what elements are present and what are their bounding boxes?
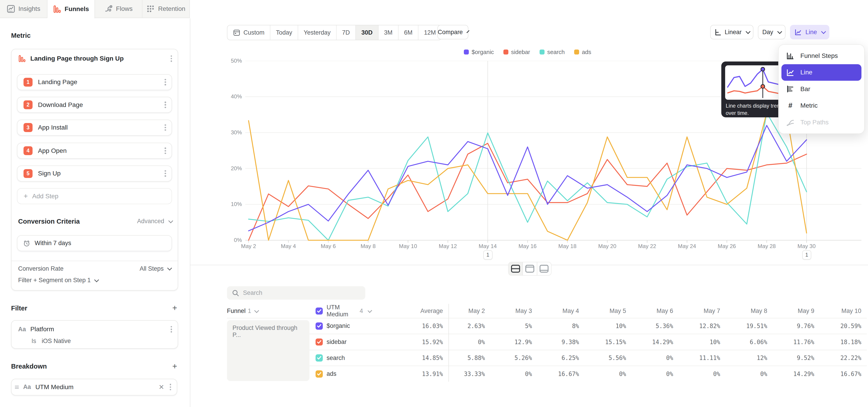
menu-item-metric[interactable]: #Metric xyxy=(781,97,862,114)
cell-value: 12% xyxy=(731,354,778,361)
funnel-steps-icon xyxy=(786,51,795,60)
filter-heading-row: Filter + xyxy=(11,304,177,312)
funnel-step-5[interactable]: 5Sign Up xyxy=(17,165,172,182)
breakdown-column-dropdown[interactable]: UTM Medium 4 xyxy=(310,304,371,318)
date-range-today[interactable]: Today xyxy=(270,25,298,40)
funnel-step-2[interactable]: 2Download Page xyxy=(17,97,172,113)
x-tick-label: May 14 xyxy=(471,243,504,249)
table-row-sidebar: sidebar15.92%0%12.9%9.38%15.15%14.29%10%… xyxy=(227,334,867,350)
cell-value: 16.67% xyxy=(543,371,590,377)
cell-value: 6.06% xyxy=(731,339,778,345)
funnels-icon xyxy=(53,5,61,13)
funnels-analytics-app: InsightsFunnelsFlowsRetention Metric Lan… xyxy=(0,0,868,407)
calendar-icon xyxy=(233,29,240,36)
cell-value: 5.56% xyxy=(590,354,637,361)
add-filter-button[interactable]: + xyxy=(172,304,177,312)
cell-value: 9.52% xyxy=(778,354,825,361)
all-steps-dropdown[interactable]: All Steps xyxy=(140,265,171,272)
filter-card-platform[interactable]: Aa Platform Is iOS Native xyxy=(11,320,178,349)
split-view-toggle[interactable] xyxy=(508,262,523,275)
date-range-6m[interactable]: 6M xyxy=(399,25,418,40)
legend-item-search[interactable]: search xyxy=(539,49,565,55)
day-column-header: May 2 xyxy=(449,308,496,315)
row-checkbox[interactable] xyxy=(315,370,323,378)
cell-value: 19.51% xyxy=(731,323,778,330)
cell-value: 5% xyxy=(496,323,543,330)
date-range-custom[interactable]: Custom xyxy=(227,25,270,40)
conversion-window-card[interactable]: Within 7 days xyxy=(17,235,172,251)
metric-title: Landing Page through Sign Up xyxy=(30,55,165,62)
kebab-menu-icon[interactable] xyxy=(163,147,167,155)
breakdown-card-utm-medium[interactable]: Aa UTM Medium ✕ xyxy=(11,379,177,395)
annotation-badge[interactable]: 1 xyxy=(802,250,811,259)
kebab-menu-icon[interactable] xyxy=(168,383,172,392)
drag-handle-icon[interactable] xyxy=(15,386,19,388)
row-checkbox[interactable] xyxy=(315,322,323,330)
view-toggle-group xyxy=(508,262,552,275)
date-range-yesterday[interactable]: Yesterday xyxy=(298,25,337,40)
x-tick-label: May 6 xyxy=(312,243,345,249)
date-range-7d[interactable]: 7D xyxy=(337,25,356,40)
legend-item-sidebar[interactable]: sidebar xyxy=(503,49,530,55)
search-input[interactable]: Search xyxy=(227,286,365,300)
tab-funnels[interactable]: Funnels xyxy=(48,0,95,18)
y-tick-label: 10% xyxy=(212,201,242,207)
funnel-step-3[interactable]: 3App Install xyxy=(17,120,172,136)
kebab-menu-icon[interactable] xyxy=(169,54,173,63)
average-value: 14.85% xyxy=(371,350,449,366)
filter-operator[interactable]: Is xyxy=(31,338,36,345)
day-column-header: May 10 xyxy=(825,308,868,315)
kebab-menu-icon[interactable] xyxy=(163,169,167,178)
funnel-column-dropdown[interactable]: Funnel 1 xyxy=(227,308,310,315)
filter-segment-dropdown[interactable]: Filter + Segment on Step 1 xyxy=(18,277,98,284)
day-column-header: May 7 xyxy=(684,308,731,315)
interval-dropdown[interactable]: Day xyxy=(758,25,785,39)
y-tick-label: 40% xyxy=(212,93,242,100)
funnel-step-4[interactable]: 4App Open xyxy=(17,143,172,159)
menu-item-funnel-steps[interactable]: Funnel Steps xyxy=(781,48,862,64)
row-checkbox[interactable] xyxy=(315,339,323,346)
chevron-down-icon xyxy=(254,308,259,313)
table-only-view-toggle[interactable] xyxy=(537,262,551,275)
funnel-step-1[interactable]: 1Landing Page xyxy=(17,74,172,90)
kebab-menu-icon[interactable] xyxy=(163,123,167,132)
table-row-organic: $organic16.03%2.63%5%8%10%5.36%12.82%19.… xyxy=(227,318,867,334)
kebab-menu-icon[interactable] xyxy=(163,78,167,87)
date-range-30d[interactable]: 30D xyxy=(356,25,378,40)
menu-item-line[interactable]: Line xyxy=(781,64,862,81)
scale-dropdown[interactable]: Linear xyxy=(710,25,753,39)
chart-type-dropdown[interactable]: Line xyxy=(790,25,829,39)
tab-flows[interactable]: Flows xyxy=(95,0,143,18)
kebab-menu-icon[interactable] xyxy=(163,100,167,109)
day-column-header: May 5 xyxy=(590,308,637,315)
cell-value: 11.76% xyxy=(778,339,825,345)
clock-icon xyxy=(23,240,30,247)
add-breakdown-button[interactable]: + xyxy=(172,362,177,371)
advanced-dropdown[interactable]: Advanced xyxy=(137,218,172,225)
legend-swatch xyxy=(464,50,469,55)
kebab-menu-icon[interactable] xyxy=(169,325,173,334)
day-column-header: May 9 xyxy=(778,308,825,315)
filter-value[interactable]: iOS Native xyxy=(42,338,71,345)
annotation-badge[interactable]: 1 xyxy=(483,250,493,259)
legend-item-ads[interactable]: ads xyxy=(574,49,591,55)
add-step-button[interactable]: + Add Step xyxy=(17,188,172,204)
table-row-search: search14.85%5.88%5.26%6.25%5.56%0%11.11%… xyxy=(227,350,867,366)
row-checkbox[interactable] xyxy=(315,354,323,362)
select-all-checkbox[interactable] xyxy=(315,308,323,315)
x-tick-label: May 20 xyxy=(591,243,624,249)
x-tick-label: May 4 xyxy=(272,243,305,249)
close-icon[interactable]: ✕ xyxy=(159,383,164,391)
cell-value: 5.36% xyxy=(637,323,684,330)
menu-item-bar[interactable]: Bar xyxy=(781,81,862,97)
step-number-badge: 4 xyxy=(24,146,32,155)
cell-value: 8% xyxy=(543,323,590,330)
chart-only-view-icon xyxy=(525,264,535,273)
plus-icon: + xyxy=(24,192,28,200)
tab-retention[interactable]: Retention xyxy=(143,0,190,18)
date-range-3m[interactable]: 3M xyxy=(379,25,399,40)
legend-item-organic[interactable]: $organic xyxy=(464,49,494,55)
tab-insights[interactable]: Insights xyxy=(0,0,48,18)
compare-button[interactable]: Compare xyxy=(437,25,468,39)
chart-only-view-toggle[interactable] xyxy=(523,262,537,275)
